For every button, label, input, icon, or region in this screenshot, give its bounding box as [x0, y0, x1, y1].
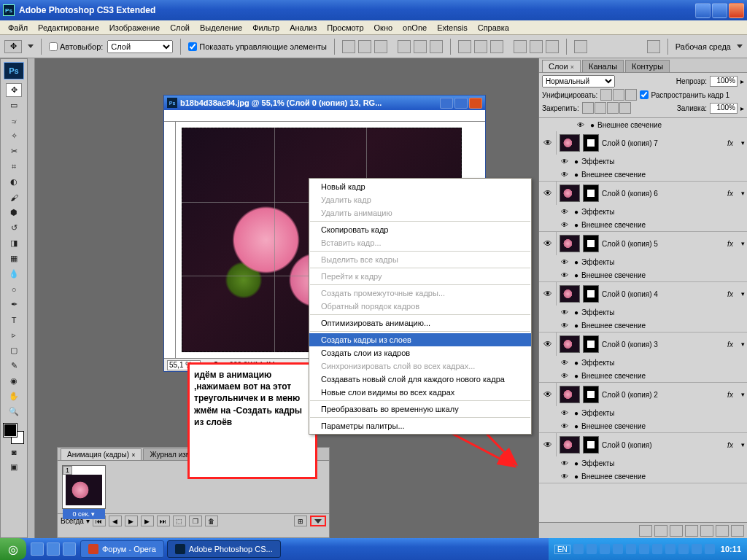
close-icon[interactable]: ×	[570, 63, 574, 71]
quickmask-toggle[interactable]: ◙	[6, 445, 22, 459]
menu-item[interactable]: Скопировать кадр	[309, 223, 531, 236]
notes-tool[interactable]: ✎	[6, 359, 22, 373]
doc-minimize[interactable]	[440, 98, 453, 109]
effects-row[interactable]: 👁●Эффекты	[539, 356, 747, 369]
menu-item[interactable]: Оптимизировать анимацию...	[309, 316, 531, 330]
show-controls-checkbox[interactable]: Показать управляющие элементы	[188, 42, 327, 51]
screenmode-toggle[interactable]: ▣	[6, 460, 22, 474]
task-opera[interactable]: Форум - Opera	[80, 540, 164, 558]
layer-row[interactable]: 👁 Слой 0 (копия) 6 fx ▾ 👁●Эффекты 👁●Внеш…	[539, 182, 747, 232]
visibility-icon[interactable]: 👁	[558, 208, 571, 216]
eyedropper-tool[interactable]: ◉	[6, 374, 22, 388]
zoom-tool[interactable]: 🔍	[6, 405, 22, 419]
dist-btn[interactable]	[490, 40, 503, 53]
collapsed-panel-left[interactable]	[28, 58, 35, 538]
effects-row[interactable]: 👁●Эффекты	[539, 456, 747, 470]
panel-tab-Контуры[interactable]: Контуры	[625, 60, 670, 72]
layer-name[interactable]: Слой 0 (копия)	[599, 441, 722, 449]
start-button[interactable]: ◎	[0, 538, 26, 560]
workspace-label[interactable]: Рабочая среда	[676, 42, 731, 51]
new-frame-btn[interactable]: ❐	[189, 516, 202, 526]
layer-mask[interactable]	[583, 436, 599, 454]
layer-mask[interactable]	[583, 386, 599, 403]
move-tool[interactable]: ✥	[6, 83, 22, 97]
delete-layer-btn[interactable]	[731, 525, 744, 537]
visibility-icon[interactable]: 👁	[558, 422, 571, 430]
opacity-field[interactable]: 100%	[710, 76, 738, 87]
panel-tab-Каналы[interactable]: Каналы	[582, 60, 624, 72]
blur-tool[interactable]: 💧	[6, 267, 22, 281]
layer-mask[interactable]	[583, 235, 599, 252]
expand-effects[interactable]: ▾	[738, 190, 747, 197]
menu-Справка[interactable]: Справка	[473, 22, 514, 34]
effects-row[interactable]: 👁●Эффекты	[539, 406, 747, 419]
dodge-tool[interactable]: ○	[6, 282, 22, 296]
last-frame-btn[interactable]: ⏭	[157, 516, 170, 526]
effect-row[interactable]: 👁 ●Внешнее свечение	[539, 118, 747, 131]
path-tool[interactable]: ▹	[6, 328, 22, 342]
doc-maximize[interactable]	[454, 98, 468, 109]
layer-row[interactable]: 👁 Слой 0 (копия) 4 fx ▾ 👁●Эффекты 👁●Внеш…	[539, 282, 747, 332]
tray-icon[interactable]	[613, 544, 623, 554]
layer-name[interactable]: Слой 0 (копия) 6	[599, 190, 722, 198]
maximize-button[interactable]	[712, 3, 727, 18]
pen-tool[interactable]: ✒	[6, 298, 22, 311]
move-tool-icon[interactable]: ✥	[4, 40, 22, 53]
layer-mask[interactable]	[583, 285, 599, 303]
menu-Редактирование[interactable]: Редактирование	[33, 22, 104, 34]
eraser-tool[interactable]: ◨	[6, 236, 22, 250]
layer-row[interactable]: 👁 Слой 0 (копия) 7 fx ▾ 👁●Эффекты 👁●Внеш…	[539, 131, 747, 182]
clock[interactable]: 10:11	[721, 545, 741, 553]
lock-pixels-icon[interactable]	[595, 102, 606, 114]
wand-tool[interactable]: ✧	[6, 129, 22, 143]
type-tool[interactable]: T	[6, 313, 22, 327]
color-swatch[interactable]	[4, 424, 24, 444]
slice-tool[interactable]: ⌗	[6, 160, 22, 174]
gradient-tool[interactable]: ▦	[6, 252, 22, 265]
align-btn[interactable]	[374, 40, 387, 53]
visibility-toggle[interactable]: 👁	[539, 131, 557, 155]
layer-mask[interactable]	[583, 184, 599, 202]
expand-effects[interactable]: ▾	[738, 290, 747, 298]
expand-effects[interactable]: ▾	[738, 341, 747, 348]
tray-icon[interactable]	[678, 544, 689, 554]
visibility-toggle[interactable]: 👁	[539, 232, 557, 255]
brush-tool[interactable]: 🖌	[6, 190, 22, 204]
convert-timeline-btn[interactable]: ⊞	[294, 516, 307, 526]
fill-field[interactable]: 100%	[710, 103, 738, 114]
layer-mask-btn[interactable]	[670, 525, 683, 537]
visibility-toggle[interactable]: 👁	[539, 383, 557, 406]
menu-item[interactable]: Параметры палитры...	[309, 419, 531, 432]
effect-row[interactable]: 👁●Внешнее свечение	[539, 218, 747, 231]
visibility-icon[interactable]: 👁	[558, 158, 571, 166]
expand-effects[interactable]: ▾	[738, 139, 747, 147]
dist-btn[interactable]	[546, 40, 559, 53]
adjustment-layer-btn[interactable]	[685, 525, 698, 537]
menu-item[interactable]: Новые слои видимы во всех кадрах	[309, 386, 531, 399]
visibility-icon[interactable]: 👁	[558, 459, 571, 467]
stamp-tool[interactable]: ⬢	[6, 206, 22, 219]
layer-style-btn[interactable]	[654, 525, 667, 537]
visibility-toggle[interactable]: 👁	[539, 282, 557, 306]
effect-row[interactable]: 👁●Внешнее свечение	[539, 419, 747, 432]
effects-row[interactable]: 👁●Эффекты	[539, 306, 747, 319]
layer-name[interactable]: Слой 0 (копия) 4	[599, 290, 722, 298]
lock-trans-icon[interactable]	[582, 102, 594, 114]
expand-effects[interactable]: ▾	[738, 391, 747, 398]
menu-item[interactable]: Создать слои из кадров	[309, 346, 531, 359]
dist-btn[interactable]	[514, 40, 527, 53]
menu-item[interactable]: Создать кадры из слоев	[309, 333, 531, 346]
panel-tab-Слои[interactable]: Слои×	[542, 60, 581, 72]
tray-icon[interactable]	[639, 544, 649, 554]
blend-mode[interactable]: Нормальный	[542, 75, 615, 88]
visibility-icon[interactable]: 👁	[574, 121, 587, 129]
menu-onOne[interactable]: onOne	[398, 22, 432, 34]
visibility-icon[interactable]: 👁	[558, 308, 571, 316]
layer-name[interactable]: Слой 0 (копия) 3	[599, 341, 722, 349]
panel-menu-button[interactable]	[310, 516, 326, 526]
menu-Анализ[interactable]: Анализ	[285, 22, 322, 34]
play-btn[interactable]: ▶	[125, 516, 138, 526]
layer-name[interactable]: Слой 0 (копия) 7	[599, 139, 722, 147]
tray-icon[interactable]	[626, 544, 636, 554]
unify-style-icon[interactable]	[625, 89, 637, 101]
